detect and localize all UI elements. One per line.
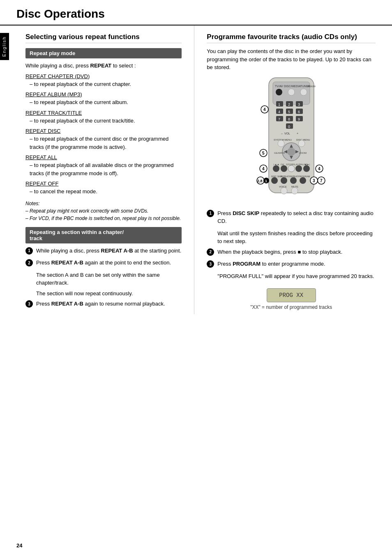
svg-text:VOL: VOL bbox=[284, 132, 290, 135]
note-1: – Repeat play might not work correctly w… bbox=[25, 207, 182, 215]
svg-point-65 bbox=[291, 188, 298, 194]
right-step1-text: Press DISC SKIP repeatedly to select a d… bbox=[217, 209, 376, 225]
svg-point-6 bbox=[276, 89, 282, 95]
svg-point-34 bbox=[278, 140, 284, 147]
remote-illustration: TV/AV DISC/MEDIA TUNER AUX/DI 1 2 3 4 5 bbox=[207, 76, 376, 203]
svg-point-8 bbox=[300, 89, 307, 95]
right-steps: 1 Press DISC SKIP repeatedly to select a… bbox=[207, 209, 376, 280]
step2-sub2: The section will now repeat continuously… bbox=[36, 290, 182, 298]
svg-point-53 bbox=[303, 165, 310, 172]
right-step2: 2 When the playback begins, press ■ to s… bbox=[207, 248, 376, 256]
note-2: – For VCD, if the PBC mode is switched o… bbox=[25, 215, 182, 222]
svg-text:4: 4 bbox=[262, 167, 265, 171]
svg-point-51 bbox=[288, 165, 295, 172]
right-step3-text: Press PROGRAM to enter programme mode. bbox=[217, 260, 325, 268]
right-column: Programme favourite tracks (audio CDs on… bbox=[194, 25, 376, 314]
svg-text:2: 2 bbox=[288, 102, 290, 107]
svg-point-52 bbox=[295, 165, 302, 172]
prog-caption: "XX" = number of programmed tracks bbox=[207, 304, 376, 310]
notes-section: Notes: – Repeat play might not work corr… bbox=[25, 200, 182, 222]
svg-text:GEARFIX: GEARFIX bbox=[274, 152, 285, 154]
repeat-off-heading: REPEAT OFF bbox=[25, 181, 182, 187]
right-step1-circle: 1 bbox=[207, 210, 214, 217]
repeat-items-list: REPEAT CHAPTER (DVD) – to repeat playbac… bbox=[25, 73, 182, 196]
page-title: Disc Operations bbox=[0, 0, 392, 25]
repeat-off-dash: – to cancel the repeat mode. bbox=[30, 188, 182, 196]
svg-text:1: 1 bbox=[278, 102, 280, 107]
section2-step2: 2 Press REPEAT A-B again at the point to… bbox=[25, 259, 182, 267]
svg-point-49 bbox=[273, 165, 279, 172]
svg-text:2,8: 2,8 bbox=[257, 179, 263, 183]
right-step3-sub: "PROGRAM FULL" will appear if you have p… bbox=[217, 272, 376, 280]
step1-circle: 1 bbox=[25, 247, 33, 255]
svg-point-60 bbox=[290, 177, 297, 184]
repeat-all-heading: REPEAT ALL bbox=[25, 154, 182, 160]
svg-text:4: 4 bbox=[263, 107, 266, 112]
svg-point-61 bbox=[300, 177, 306, 184]
svg-text:7: 7 bbox=[320, 178, 323, 183]
svg-text:4: 4 bbox=[318, 167, 321, 171]
right-step1: 1 Press DISC SKIP repeatedly to select a… bbox=[207, 209, 376, 225]
right-step1-sub: Wait until the system finishes reading t… bbox=[217, 229, 376, 246]
repeat-intro: While playing a disc, press REPEAT to se… bbox=[25, 62, 182, 70]
svg-text:0: 0 bbox=[288, 125, 290, 129]
svg-point-37 bbox=[287, 148, 295, 156]
right-step2-text: When the playback begins, press ■ to sto… bbox=[217, 248, 342, 256]
notes-label: Notes: bbox=[25, 200, 182, 207]
section2-box: Repeating a section within a chapter/tra… bbox=[25, 227, 182, 243]
step3-text: Press REPEAT A-B again to resume normal … bbox=[36, 300, 165, 308]
svg-text:3: 3 bbox=[313, 178, 315, 183]
repeat-all-dash: – to repeat playback of all available di… bbox=[30, 161, 182, 177]
svg-text:–: – bbox=[281, 132, 283, 135]
right-section-title: Programme favourite tracks (audio CDs on… bbox=[207, 33, 376, 43]
svg-text:9: 9 bbox=[298, 117, 300, 121]
svg-text:3: 3 bbox=[298, 102, 300, 107]
svg-point-7 bbox=[288, 89, 295, 95]
step3-circle: 3 bbox=[25, 300, 33, 308]
svg-text:7: 7 bbox=[278, 117, 280, 121]
svg-text:DISC/MEDIA: DISC/MEDIA bbox=[284, 85, 301, 88]
repeat-track-dash: – to repeat playback of the current trac… bbox=[30, 117, 182, 125]
right-step2-circle: 2 bbox=[207, 248, 214, 256]
svg-text:ZOOM: ZOOM bbox=[299, 152, 307, 154]
repeat-disc-heading: REPEAT DISC bbox=[25, 128, 182, 134]
page-number: 24 bbox=[16, 542, 22, 549]
svg-text:►►|: ►►| bbox=[304, 163, 310, 166]
repeat-intro-text: While playing a disc, press bbox=[25, 63, 90, 69]
svg-text:8: 8 bbox=[288, 117, 290, 121]
prog-display: PROG XX bbox=[267, 288, 316, 302]
svg-point-35 bbox=[298, 140, 305, 147]
repeat-disc-dash: – to repeat playback of the current disc… bbox=[30, 135, 182, 151]
sidebar-language-label: English bbox=[0, 33, 9, 60]
right-step3-circle: 3 bbox=[207, 260, 214, 268]
step2-sub1: The section A and B can be set only with… bbox=[36, 271, 182, 287]
svg-text:6: 6 bbox=[298, 110, 300, 114]
svg-text:+: + bbox=[297, 132, 298, 135]
section2-steps: 1 While playing a disc, press REPEAT A-B… bbox=[25, 247, 182, 308]
svg-text:AUX/DI: AUX/DI bbox=[307, 85, 316, 88]
step2-circle: 2 bbox=[25, 259, 33, 266]
repeat-album-dash: – to repeat playback of the current albu… bbox=[30, 98, 182, 107]
right-step3: 3 Press PROGRAM to enter programme mode. bbox=[207, 260, 376, 268]
repeat-chapter-heading: REPEAT CHAPTER (DVD) bbox=[25, 73, 182, 79]
repeat-album-heading: REPEAT ALBUM (MP3) bbox=[25, 91, 182, 97]
section2-step3: 3 Press REPEAT A-B again to resume norma… bbox=[25, 300, 182, 308]
svg-text:4: 4 bbox=[278, 110, 280, 114]
svg-text:5: 5 bbox=[262, 151, 265, 155]
left-column: Selecting various repeat functions Repea… bbox=[25, 25, 194, 314]
svg-text:REPEAT: REPEAT bbox=[280, 175, 289, 178]
repeat-play-mode-box: Repeat play mode bbox=[25, 48, 182, 58]
repeat-track-heading: REPEAT TRACK/TITLE bbox=[25, 110, 182, 116]
step1-text: While playing a disc, press REPEAT A-B a… bbox=[36, 247, 181, 255]
left-section-title: Selecting various repeat functions bbox=[25, 33, 182, 43]
svg-point-50 bbox=[281, 165, 287, 172]
svg-point-64 bbox=[281, 188, 287, 194]
svg-point-58 bbox=[271, 177, 278, 184]
section2-step1: 1 While playing a disc, press REPEAT A-B… bbox=[25, 247, 182, 255]
svg-text:TV/AV: TV/AV bbox=[275, 85, 283, 88]
step2-text: Press REPEAT A-B again at the point to e… bbox=[36, 259, 171, 267]
svg-text:1: 1 bbox=[265, 179, 267, 183]
right-intro: You can play the contents of the disc in… bbox=[207, 47, 376, 72]
repeat-intro-end: to select : bbox=[111, 63, 136, 69]
svg-text:PROGRAM: PROGRAM bbox=[298, 175, 310, 178]
